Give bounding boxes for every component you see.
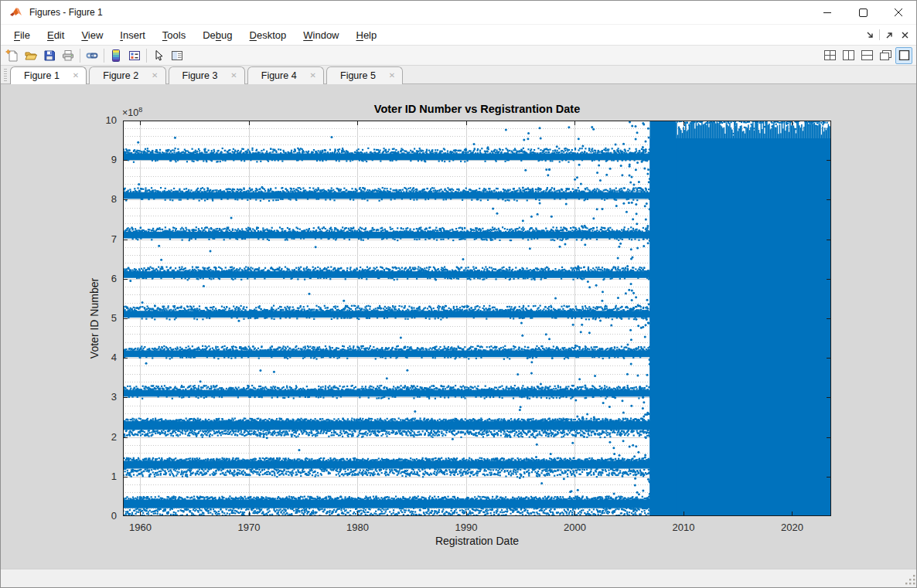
tab-figure-1[interactable]: Figure 1✕: [10, 66, 87, 84]
tile-windows-button[interactable]: [821, 47, 838, 64]
titlebar: Figures - Figure 1: [1, 1, 916, 24]
link-plots-button[interactable]: [83, 46, 101, 65]
menu-item-edit[interactable]: Edit: [39, 26, 73, 44]
y-tick-label: 7: [83, 233, 117, 245]
maximize-window-button[interactable]: [895, 47, 912, 64]
tab-figure-2[interactable]: Figure 2✕: [89, 66, 165, 84]
menu-item-help[interactable]: Help: [348, 26, 386, 44]
new-figure-button[interactable]: [3, 46, 22, 65]
top-bottom-tile-button[interactable]: [858, 47, 875, 64]
tab-figure-4[interactable]: Figure 4✕: [247, 66, 324, 84]
maximize-button[interactable]: [845, 1, 881, 24]
insert-legend-button[interactable]: [125, 46, 144, 65]
menu-item-tools[interactable]: Tools: [154, 26, 194, 44]
y-tick-label: 9: [83, 154, 117, 165]
print-figure-button[interactable]: [59, 46, 77, 65]
x-tick-label: 2000: [551, 522, 598, 533]
matlab-logo-icon: [9, 7, 22, 19]
menubar-window-controls: [862, 25, 912, 45]
x-axis-label: Registration Date: [123, 535, 831, 547]
float-windows-button[interactable]: [877, 47, 894, 64]
y-axis-exponent-label: ×108: [122, 106, 142, 118]
tab-label: Figure 1: [24, 70, 60, 81]
tab-figure-5[interactable]: Figure 5✕: [326, 66, 403, 84]
tab-close-icon[interactable]: ✕: [389, 72, 395, 80]
save-figure-button[interactable]: [40, 46, 59, 65]
menu-item-insert[interactable]: Insert: [111, 26, 154, 44]
y-tick-label: 2: [83, 431, 117, 443]
undock-figure-icon[interactable]: [881, 27, 897, 42]
left-right-tile-button[interactable]: [840, 47, 857, 64]
open-file-button[interactable]: [22, 46, 40, 65]
x-tick-label: 1990: [443, 522, 489, 533]
window-title: Figures - Figure 1: [29, 7, 103, 18]
menu-item-debug[interactable]: Debug: [194, 26, 240, 44]
window-layout-buttons: [821, 47, 912, 64]
menu-item-file[interactable]: File: [5, 26, 39, 44]
y-tick-label: 0: [83, 510, 117, 522]
tab-close-icon[interactable]: ✕: [73, 72, 79, 80]
close-button[interactable]: [881, 1, 916, 24]
figure-toolbar: [1, 45, 916, 66]
menubar: FileEditViewInsertToolsDebugDesktopWindo…: [1, 24, 916, 45]
tabbar-gripper[interactable]: [4, 69, 7, 81]
tab-close-icon[interactable]: ✕: [230, 72, 237, 80]
y-tick-label: 10: [83, 114, 117, 126]
menu-item-view[interactable]: View: [73, 26, 111, 44]
plot-title: Voter ID Number vs Registrantion Date: [123, 103, 831, 115]
tab-label: Figure 2: [103, 70, 138, 81]
y-tick-label: 5: [83, 312, 117, 324]
tab-close-icon[interactable]: ✕: [310, 72, 316, 80]
close-figure-icon[interactable]: [897, 27, 912, 42]
x-tick-label: 2020: [769, 522, 815, 533]
resize-grip-icon[interactable]: [905, 575, 915, 585]
figures-window: Figures - Figure 1 FileEditViewInsertToo…: [0, 0, 917, 588]
tab-figure-3[interactable]: Figure 3✕: [169, 66, 245, 84]
dock-figure-icon[interactable]: [862, 27, 878, 42]
menu-item-window[interactable]: Window: [295, 26, 347, 44]
figure-tabbar: Figure 1✕Figure 2✕Figure 3✕Figure 4✕Figu…: [1, 66, 916, 84]
y-tick-label: 6: [83, 273, 117, 284]
tab-strip: Figure 1✕Figure 2✕Figure 3✕Figure 4✕Figu…: [10, 66, 405, 83]
figure-area: Voter ID Number vs Registrantion Date ×1…: [1, 84, 917, 570]
edit-plot-button[interactable]: [149, 46, 168, 65]
y-tick-label: 4: [83, 352, 117, 363]
tab-close-icon[interactable]: ✕: [152, 72, 158, 80]
x-tick-label: 1980: [334, 522, 380, 533]
x-tick-label: 1970: [226, 522, 272, 533]
y-tick-label: 3: [83, 391, 117, 403]
statusbar: [1, 569, 917, 587]
scatter-plot-canvas[interactable]: [123, 121, 831, 516]
x-tick-label: 2010: [660, 522, 707, 533]
minimize-button[interactable]: [810, 1, 845, 24]
menu-item-desktop[interactable]: Desktop: [241, 26, 295, 44]
menubar-items: FileEditViewInsertToolsDebugDesktopWindo…: [1, 26, 385, 44]
tab-label: Figure 5: [340, 70, 376, 81]
insert-colorbar-button[interactable]: [107, 46, 125, 65]
tab-label: Figure 3: [182, 70, 218, 81]
y-tick-label: 8: [83, 193, 117, 205]
tab-label: Figure 4: [261, 70, 297, 81]
y-tick-label: 1: [83, 471, 117, 482]
x-tick-label: 1960: [117, 522, 163, 533]
property-editor-button[interactable]: [168, 46, 186, 65]
